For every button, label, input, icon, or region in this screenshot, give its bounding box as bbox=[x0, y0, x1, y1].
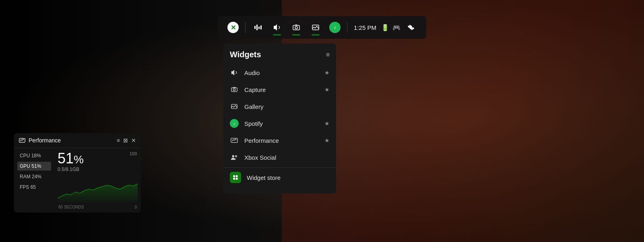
perf-sub-value: 0.5/8.1GB bbox=[58, 167, 138, 172]
widget-store-label: Widget store bbox=[247, 174, 330, 181]
perf-chart-max: 100 bbox=[130, 151, 137, 156]
audio-icon bbox=[273, 23, 281, 31]
xbox-social-label: Xbox Social bbox=[244, 154, 330, 161]
perf-widget-header: Performance ≡ ⊠ ✕ bbox=[14, 133, 141, 148]
spotify-star[interactable]: ★ bbox=[324, 120, 330, 127]
audio-widget-label: Audio bbox=[244, 69, 319, 76]
widget-store-item[interactable]: Widget store bbox=[223, 167, 336, 187]
topbar-time: 1:25 PM bbox=[351, 24, 380, 31]
gallery-icon bbox=[312, 23, 320, 31]
svg-rect-2 bbox=[258, 27, 260, 29]
cpu-stat[interactable]: CPU 18% bbox=[17, 151, 51, 160]
perf-detach-button[interactable]: ⊠ bbox=[123, 137, 128, 144]
capture-icon bbox=[292, 23, 300, 31]
xbox-logo-icon: ✕ bbox=[227, 22, 239, 33]
gpu-stat[interactable]: GPU 51% bbox=[17, 162, 51, 171]
topbar: ✕ ♪ 1:25 PM bbox=[218, 16, 426, 39]
perf-big-value: 51% bbox=[58, 151, 138, 166]
perf-chart-label-left: 60 SECONDS bbox=[58, 205, 84, 209]
topbar-divider-1 bbox=[245, 22, 246, 33]
spotify-widget-label: Spotify bbox=[244, 120, 319, 127]
perf-value-suffix: % bbox=[74, 154, 84, 165]
perf-chart-svg bbox=[58, 174, 138, 202]
svg-rect-6 bbox=[295, 25, 297, 25]
widget-item-audio[interactable]: Audio ★ bbox=[223, 64, 336, 81]
svg-marker-20 bbox=[58, 184, 138, 202]
svg-rect-3 bbox=[260, 25, 262, 29]
svg-rect-4 bbox=[293, 25, 299, 30]
topbar-divider-2 bbox=[347, 22, 347, 33]
perf-chart-labels: 60 SECONDS 0 bbox=[58, 205, 138, 209]
svg-rect-0 bbox=[254, 26, 256, 29]
audio-widget-icon bbox=[230, 68, 239, 77]
widgets-panel: Widgets ≡ Audio ★ Capture ★ bbox=[223, 44, 336, 194]
fps-stat[interactable]: FPS 65 bbox=[17, 183, 51, 192]
widget-item-spotify[interactable]: ♪ Spotify ★ bbox=[223, 115, 336, 132]
capture-star[interactable]: ★ bbox=[324, 86, 330, 93]
ram-stat[interactable]: RAM 24% bbox=[17, 172, 51, 181]
xbox-social-icon bbox=[230, 153, 239, 162]
widgets-filter-button[interactable]: ≡ bbox=[326, 51, 330, 58]
gallery-widget-label: Gallery bbox=[244, 103, 330, 110]
audio-button[interactable] bbox=[268, 19, 286, 36]
performance-widget: Performance ≡ ⊠ ✕ CPU 18% GPU 51% RAM 24… bbox=[14, 133, 141, 213]
widget-store-icon bbox=[230, 172, 241, 183]
settings-icon bbox=[407, 24, 415, 31]
controller-icon: 🎮 bbox=[392, 24, 400, 31]
perf-chart-area: 100 51% 0.5/8.1GB bbox=[54, 148, 141, 213]
capture-widget-label: Capture bbox=[244, 86, 319, 93]
widgets-header: Widgets ≡ bbox=[223, 50, 336, 64]
perf-stats: CPU 18% GPU 51% RAM 24% FPS 65 bbox=[14, 148, 54, 213]
spotify-icon: ♪ bbox=[329, 22, 341, 33]
capture-button[interactable] bbox=[287, 19, 305, 36]
perf-icon bbox=[19, 137, 25, 144]
gallery-widget-icon bbox=[230, 102, 239, 111]
svg-rect-1 bbox=[256, 25, 258, 30]
widget-item-performance[interactable]: Performance ★ bbox=[223, 132, 336, 149]
perf-close-button[interactable]: ✕ bbox=[131, 137, 136, 144]
svg-point-5 bbox=[295, 27, 297, 29]
svg-rect-17 bbox=[233, 178, 235, 180]
perf-chart bbox=[58, 174, 138, 205]
activity-button[interactable] bbox=[249, 19, 266, 36]
svg-rect-15 bbox=[233, 175, 235, 177]
activity-icon bbox=[254, 23, 262, 31]
xbox-button[interactable]: ✕ bbox=[224, 19, 242, 36]
settings-button[interactable] bbox=[402, 19, 420, 36]
svg-point-14 bbox=[235, 155, 237, 157]
svg-rect-8 bbox=[231, 88, 237, 92]
widgets-title: Widgets bbox=[230, 50, 261, 59]
svg-rect-18 bbox=[236, 178, 238, 180]
widget-item-capture[interactable]: Capture ★ bbox=[223, 81, 336, 98]
svg-rect-16 bbox=[236, 175, 238, 177]
gallery-button[interactable] bbox=[307, 19, 324, 36]
perf-title: Performance bbox=[29, 137, 61, 144]
perf-title-row: Performance bbox=[19, 137, 61, 144]
perf-settings-button[interactable]: ≡ bbox=[117, 137, 120, 144]
battery-icon: 🔋 bbox=[381, 24, 389, 31]
widget-item-gallery[interactable]: Gallery bbox=[223, 98, 336, 115]
performance-widget-icon bbox=[230, 136, 239, 145]
perf-value-number: 51 bbox=[58, 151, 74, 166]
performance-widget-label: Performance bbox=[244, 137, 319, 144]
audio-star[interactable]: ★ bbox=[324, 69, 330, 76]
perf-chart-label-right: 0 bbox=[134, 205, 137, 209]
sys-icons: 🔋 🎮 bbox=[381, 24, 400, 31]
perf-body: CPU 18% GPU 51% RAM 24% FPS 65 100 51% 0… bbox=[14, 148, 141, 213]
svg-point-9 bbox=[233, 89, 235, 91]
widget-item-xbox-social[interactable]: Xbox Social bbox=[223, 149, 336, 166]
svg-rect-10 bbox=[233, 87, 235, 88]
performance-star[interactable]: ★ bbox=[324, 137, 330, 144]
capture-widget-icon bbox=[230, 85, 239, 94]
svg-point-13 bbox=[232, 155, 234, 157]
spotify-widget-icon: ♪ bbox=[230, 119, 239, 128]
spotify-button[interactable]: ♪ bbox=[326, 19, 344, 36]
perf-header-icons: ≡ ⊠ ✕ bbox=[117, 137, 136, 144]
